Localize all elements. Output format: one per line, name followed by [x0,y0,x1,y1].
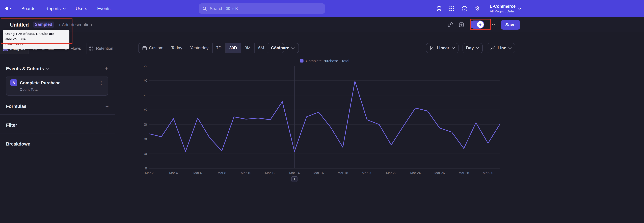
nav-label: Events [97,6,110,11]
svg-text:Mar 14: Mar 14 [289,171,300,175]
scale-dropdown-linear[interactable]: Linear [426,43,458,53]
range-label: 30D [229,46,237,50]
sampled-badge[interactable]: Sampled [33,22,54,28]
event-metric[interactable]: Count Total [6,86,108,91]
svg-text:Mar 26: Mar 26 [434,171,445,175]
event-name[interactable]: Complete Purchase [20,80,60,85]
settings-gear-icon[interactable]: ⚙ [474,6,480,12]
range-30d[interactable]: 30D [226,43,241,53]
svg-text:Mar 16: Mar 16 [314,171,324,175]
range-7d[interactable]: 7D [212,43,226,53]
apps-grid-icon[interactable] [449,6,455,12]
mixpanel-app: Boards Reports Users Events [0,0,644,223]
svg-text:Mar 22: Mar 22 [386,171,396,175]
report-main: Custom Today Yesterday 7D 30D 3M 6M 12M … [116,32,644,223]
save-button[interactable]: Save [501,20,520,29]
logo-dot-icon [10,8,12,10]
svg-text:Mar 20: Mar 20 [362,171,372,175]
retention-icon [89,46,94,51]
help-icon[interactable]: ? [462,6,468,12]
global-search[interactable] [199,3,325,14]
share-link-icon[interactable] [447,22,453,27]
chart-legend[interactable]: Complete Purchase - Total [300,59,349,63]
svg-text:Mar 4: Mar 4 [169,171,178,175]
data-management-icon[interactable] [436,6,442,12]
event-card-row: A Complete Purchase ⋮ [6,76,108,86]
nav-label: Users [76,6,87,11]
add-to-board-icon[interactable] [458,22,464,27]
range-label: Custom [149,46,163,50]
chevron-down-icon [508,47,512,49]
top-nav: Boards Reports Users Events [0,0,644,17]
section-label: Filter [6,123,17,128]
chevron-down-icon [518,8,521,10]
tab-label: Flows [70,46,81,51]
legend-label: Complete Purchase - Total [306,59,349,63]
range-today[interactable]: Today [167,43,186,53]
primary-nav: Boards Reports Users Events [22,6,110,11]
linear-axis-icon [430,46,434,50]
screen: Boards Reports Users Events [0,0,644,223]
svg-text:5,000: 5,000 [144,137,147,141]
range-yesterday[interactable]: Yesterday [186,43,212,53]
nav-label: Reports [45,6,60,11]
range-label: Yesterday [190,46,208,50]
svg-text:Mar 30: Mar 30 [483,171,493,175]
more-menu-icon[interactable]: ⋯ [490,22,496,27]
svg-text:1: 1 [294,177,295,181]
chevron-down-icon [292,47,294,49]
range-3m[interactable]: 3M [241,43,254,53]
range-6m[interactable]: 6M [254,43,268,53]
chevron-down-icon [476,47,479,49]
tab-retention[interactable]: Retention [87,43,116,54]
event-card[interactable]: A Complete Purchase ⋮ Count Total [6,76,108,96]
svg-text:10K: 10K [144,108,147,112]
section-breakdown: Breakdown + [0,136,116,152]
events-cohorts-label[interactable]: Events & Cohorts [6,66,44,71]
tooltip-text: Using 10% of data. Results are approxima… [5,32,67,41]
lightning-bolt-icon [478,23,482,26]
range-label: 3M [245,46,250,50]
granularity-dropdown-day[interactable]: Day [462,43,483,53]
kebab-menu-icon[interactable]: ⋮ [99,80,104,85]
compare-dropdown[interactable]: Compare [267,43,299,53]
search-input[interactable] [210,6,322,11]
section-filter: Filter + [0,117,116,134]
svg-text:Mar 12: Mar 12 [265,171,276,175]
chevron-down-icon[interactable] [46,68,50,70]
sampling-toggle[interactable] [470,21,484,29]
add-event-button[interactable]: + [105,66,108,72]
svg-text:2,500: 2,500 [144,152,147,156]
compare-label: Compare [271,46,289,50]
add-breakdown-button[interactable]: + [105,141,109,147]
nav-item-users[interactable]: Users [76,6,87,11]
nav-right-cluster: ? ⚙ E-Commerce All Project Data [436,0,521,17]
insights-line-chart: 02,5005,0007,50010K12.5K15K17.5KMar 2Mar… [144,64,504,183]
learn-more-link[interactable]: Learn More [5,42,24,46]
range-custom[interactable]: Custom [138,43,167,53]
mixpanel-logo[interactable] [5,7,12,10]
project-selector[interactable]: E-Commerce All Project Data [490,4,521,13]
nav-item-boards[interactable]: Boards [22,6,35,11]
events-cohorts-header: Events & Cohorts + [6,66,108,72]
svg-text:Mar 8: Mar 8 [218,171,226,175]
legend-swatch [300,59,304,62]
line-chart-icon [490,46,495,50]
section-label: Formulas [6,104,26,109]
sampling-tooltip: Using 10% of data. Results are approxima… [3,30,70,49]
range-label: 7D [216,46,222,50]
nav-item-events[interactable]: Events [97,6,110,11]
chart-type-dropdown-line[interactable]: Line [487,43,515,53]
nav-item-reports[interactable]: Reports [45,6,66,11]
section-label: Breakdown [6,142,30,147]
view-label: Line [498,46,506,50]
logo-dot-icon [5,7,8,10]
svg-text:Mar 24: Mar 24 [410,171,420,175]
add-filter-button[interactable]: + [105,122,109,128]
report-header-bar: Untitled Sampled + Add description... [0,17,644,32]
svg-text:12.5K: 12.5K [144,93,147,97]
svg-text:0: 0 [145,167,147,170]
report-title[interactable]: Untitled [10,22,29,27]
add-formula-button[interactable]: + [105,103,109,109]
add-description[interactable]: + Add description... [58,22,96,27]
